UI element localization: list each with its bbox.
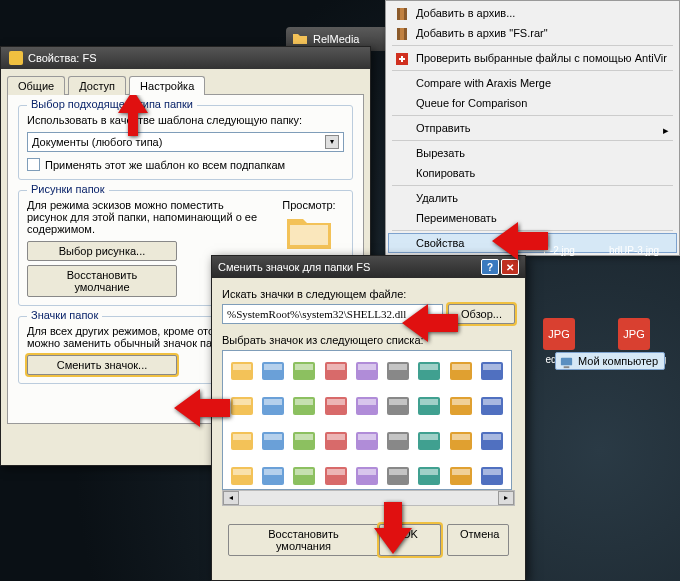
icon-choice[interactable] — [258, 390, 288, 422]
icon-choice[interactable] — [477, 390, 507, 422]
icon-choice[interactable] — [258, 355, 288, 387]
group-title: Рисунки папок — [27, 183, 109, 195]
svg-rect-54 — [327, 434, 345, 440]
cancel-button[interactable]: Отмена — [447, 524, 509, 556]
svg-rect-70 — [295, 469, 313, 475]
icon-choice[interactable] — [352, 425, 382, 457]
cm-araxis-queue[interactable]: Queue for Comparison — [388, 93, 677, 113]
icon-choice[interactable] — [477, 355, 507, 387]
icon-choice[interactable] — [227, 355, 257, 387]
address-mycomputer[interactable]: Мой компьютер — [555, 352, 665, 370]
separator — [392, 185, 673, 186]
tab-customize[interactable]: Настройка — [129, 76, 205, 95]
svg-rect-56 — [358, 434, 376, 440]
change-icon-titlebar[interactable]: Сменить значок для папки FS ? ✕ — [212, 256, 525, 278]
icon-choice[interactable] — [321, 390, 351, 422]
svg-rect-60 — [420, 434, 438, 440]
svg-rect-12 — [233, 364, 251, 370]
icon-choice[interactable] — [383, 355, 413, 387]
svg-rect-46 — [483, 399, 501, 405]
icon-choice[interactable] — [289, 460, 319, 490]
icon-choice[interactable] — [352, 390, 382, 422]
icon-choice[interactable] — [446, 460, 476, 490]
scroll-left-button[interactable]: ◂ — [223, 491, 239, 505]
icon-choice[interactable] — [477, 460, 507, 490]
svg-rect-52 — [295, 434, 313, 440]
icon-list[interactable] — [222, 350, 512, 490]
svg-rect-44 — [452, 399, 470, 405]
svg-rect-42 — [420, 399, 438, 405]
svg-rect-24 — [420, 364, 438, 370]
svg-rect-20 — [358, 364, 376, 370]
restore-defaults-button[interactable]: Восстановить умолчания — [228, 524, 379, 556]
cm-add-archive-fs[interactable]: Добавить в архив "FS.rar" — [388, 23, 677, 43]
properties-tabs: Общие Доступ Настройка — [1, 69, 370, 94]
svg-rect-62 — [452, 434, 470, 440]
icon-choice[interactable] — [414, 355, 444, 387]
icon-choice[interactable] — [352, 460, 382, 490]
icon-choice[interactable] — [321, 425, 351, 457]
separator — [392, 140, 673, 141]
folder-icon — [292, 31, 308, 47]
svg-rect-36 — [327, 399, 345, 405]
scroll-right-button[interactable]: ▸ — [498, 491, 514, 505]
svg-rect-76 — [389, 469, 407, 475]
cm-add-archive[interactable]: Добавить в архив... — [388, 3, 677, 23]
icon-choice[interactable] — [258, 460, 288, 490]
pictures-desc: Для режима эскизов можно поместить рисун… — [27, 199, 264, 235]
icon-choice[interactable] — [446, 425, 476, 457]
icon-choice[interactable] — [414, 460, 444, 490]
icon-choice[interactable] — [289, 390, 319, 422]
icon-choice[interactable] — [321, 460, 351, 490]
list-label: Выбрать значок из следующего списка: — [222, 334, 515, 346]
icon-choice[interactable] — [414, 425, 444, 457]
svg-rect-1 — [400, 8, 404, 20]
cm-cut[interactable]: Вырезать — [388, 143, 677, 163]
cm-delete[interactable]: Удалить — [388, 188, 677, 208]
restore-default-button[interactable]: Восстановить умолчание — [27, 265, 177, 297]
file-item[interactable]: Bgc — [668, 245, 680, 256]
icon-choice[interactable] — [227, 460, 257, 490]
svg-rect-74 — [358, 469, 376, 475]
template-select[interactable]: Документы (любого типа) ▾ — [27, 132, 344, 152]
change-icon-button[interactable]: Сменить значок... — [27, 355, 177, 375]
checkbox[interactable] — [27, 158, 40, 171]
icon-choice[interactable] — [383, 425, 413, 457]
icon-choice[interactable] — [383, 460, 413, 490]
icon-choice[interactable] — [321, 355, 351, 387]
svg-rect-68 — [264, 469, 282, 475]
icon-choice[interactable] — [258, 425, 288, 457]
apply-subfolders-row[interactable]: Применять этот же шаблон ко всем подпапк… — [27, 158, 344, 171]
svg-text:JPG: JPG — [623, 328, 644, 340]
file-item[interactable]: bdUP-3.jpg — [598, 245, 670, 256]
change-icon-dialog: Сменить значок для папки FS ? ✕ Искать з… — [211, 255, 526, 581]
icon-choice[interactable] — [383, 390, 413, 422]
cm-send-to[interactable]: Отправить ▸ — [388, 118, 677, 138]
svg-rect-34 — [295, 399, 313, 405]
cm-antivir[interactable]: Проверить выбранные файлы с помощью Anti… — [388, 48, 677, 68]
properties-titlebar[interactable]: Свойства: FS — [1, 47, 370, 69]
chevron-right-icon: ▸ — [663, 124, 669, 137]
svg-rect-64 — [483, 434, 501, 440]
choose-picture-button[interactable]: Выбор рисунка... — [27, 241, 177, 261]
separator — [392, 70, 673, 71]
tab-general[interactable]: Общие — [7, 76, 65, 95]
cm-copy[interactable]: Копировать — [388, 163, 677, 183]
icon-choice[interactable] — [352, 355, 382, 387]
icon-choice[interactable] — [289, 425, 319, 457]
icon-choice[interactable] — [446, 355, 476, 387]
path-label: Искать значки в следующем файле: — [222, 288, 515, 300]
icon-choice[interactable] — [414, 390, 444, 422]
scrollbar[interactable]: ◂ ▸ — [222, 490, 515, 506]
icon-choice[interactable] — [289, 355, 319, 387]
change-icon-title: Сменить значок для папки FS — [218, 261, 370, 273]
template-label: Использовать в качестве шаблона следующу… — [27, 114, 344, 126]
icon-choice[interactable] — [446, 390, 476, 422]
svg-rect-14 — [264, 364, 282, 370]
red-arrow-icon — [172, 385, 232, 431]
icon-choice[interactable] — [477, 425, 507, 457]
cm-araxis-compare[interactable]: Compare with Araxis Merge — [388, 73, 677, 93]
svg-rect-40 — [389, 399, 407, 405]
svg-rect-3 — [400, 28, 404, 40]
folder-preview-icon — [284, 211, 334, 253]
